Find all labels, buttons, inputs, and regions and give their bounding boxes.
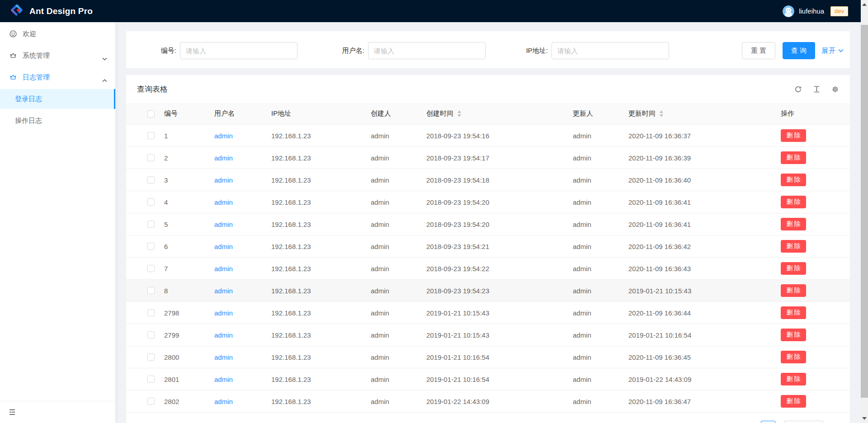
delete-button[interactable]: 删除 — [781, 196, 806, 208]
id-field-label: 编号: — [144, 47, 176, 55]
query-table-card: 查询表格 — [126, 75, 850, 423]
username-link[interactable]: admin — [214, 198, 233, 206]
row-updater: admin — [566, 198, 621, 206]
row-checkbox[interactable] — [147, 221, 155, 228]
row-checkbox[interactable] — [147, 198, 155, 206]
column-header-create-time[interactable]: 创建时间 — [419, 109, 566, 118]
row-checkbox[interactable] — [147, 287, 155, 294]
search-form-card: 编号: 用户名: IP地址: 重置 查询 展开 — [126, 31, 850, 68]
row-checkbox[interactable] — [147, 398, 155, 405]
delete-button[interactable]: 删除 — [781, 262, 806, 275]
username-input[interactable] — [368, 42, 486, 59]
username-link[interactable]: admin — [214, 398, 233, 405]
username-link[interactable]: admin — [214, 132, 233, 140]
menu-fold-icon[interactable] — [8, 408, 16, 416]
row-ip: 192.168.1.23 — [264, 221, 363, 228]
sort-carets-icon[interactable] — [660, 110, 663, 117]
scroll-down-arrow-icon[interactable] — [862, 417, 867, 420]
query-button[interactable]: 查询 — [783, 42, 815, 59]
delete-button[interactable]: 删除 — [781, 351, 806, 363]
delete-button[interactable]: 删除 — [781, 240, 806, 253]
username-link[interactable]: admin — [214, 287, 233, 295]
row-create-time: 2018-09-23 19:54:23 — [419, 287, 566, 295]
username-link[interactable]: admin — [214, 309, 233, 317]
row-checkbox[interactable] — [147, 265, 155, 272]
column-header-username: 用户名 — [207, 109, 264, 118]
row-checkbox[interactable] — [147, 309, 155, 316]
delete-button[interactable]: 删除 — [781, 174, 806, 186]
pagination-page-1[interactable]: 1 — [761, 421, 775, 423]
username-link[interactable]: admin — [214, 353, 233, 361]
search-field-id: 编号: — [144, 42, 297, 59]
sidebar-item-label: 系统管理 — [23, 52, 102, 60]
row-checkbox[interactable] — [147, 154, 155, 161]
row-update-time: 2020-11-09 16:36:44 — [621, 309, 774, 317]
delete-button[interactable]: 删除 — [781, 306, 806, 319]
column-height-icon[interactable] — [813, 85, 821, 93]
row-ip: 192.168.1.23 — [264, 309, 363, 317]
username-link[interactable]: admin — [214, 243, 233, 250]
delete-button[interactable]: 删除 — [781, 284, 806, 297]
column-header-ip: IP地址 — [264, 109, 363, 118]
row-id: 3 — [157, 176, 207, 184]
username-link[interactable]: admin — [214, 154, 233, 162]
ant-design-logo-icon — [10, 4, 24, 19]
sidebar-item-system-mgmt[interactable]: 系统管理 — [0, 46, 115, 66]
row-creator: admin — [363, 398, 419, 405]
row-checkbox[interactable] — [147, 353, 155, 361]
delete-button[interactable]: 删除 — [781, 151, 806, 164]
row-checkbox[interactable] — [147, 376, 155, 383]
sidebar-item-log-mgmt[interactable]: 日志管理 — [0, 67, 115, 87]
row-checkbox[interactable] — [147, 331, 155, 338]
sidebar-item-welcome[interactable]: 欢迎 — [0, 24, 115, 44]
sidebar-item-operation-log[interactable]: 操作日志 — [0, 111, 115, 131]
row-updater: admin — [566, 353, 621, 361]
delete-button[interactable]: 删除 — [781, 218, 806, 230]
row-creator: admin — [363, 154, 419, 162]
delete-button[interactable]: 删除 — [781, 129, 806, 142]
delete-button[interactable]: 删除 — [781, 373, 806, 385]
username-link[interactable]: admin — [214, 331, 233, 339]
sidebar-item-login-log[interactable]: 登录日志 — [0, 89, 115, 109]
sidebar: 欢迎 系统管理 日志管理 — [0, 22, 115, 423]
row-update-time: 2020-11-09 16:36:37 — [621, 132, 774, 140]
scroll-up-arrow-icon[interactable] — [862, 3, 867, 6]
table-row: 6 admin 192.168.1.23 admin 2018-09-23 19… — [126, 235, 850, 258]
delete-button[interactable]: 删除 — [781, 395, 806, 408]
row-update-time: 2020-11-09 16:36:45 — [621, 353, 774, 361]
row-select-cell — [126, 132, 157, 139]
sort-carets-icon[interactable] — [458, 110, 461, 117]
settings-gear-icon[interactable] — [831, 85, 839, 93]
row-checkbox[interactable] — [147, 132, 155, 139]
id-input[interactable] — [180, 42, 297, 59]
table-row: 8 admin 192.168.1.23 admin 2018-09-23 19… — [126, 280, 850, 302]
brand-logo[interactable]: Ant Design Pro — [10, 4, 93, 19]
row-creator: admin — [363, 198, 419, 206]
scrollbar-thumb[interactable] — [861, 25, 868, 398]
row-select-cell — [126, 176, 157, 183]
row-select-cell — [126, 331, 157, 338]
expand-toggle[interactable]: 展开 — [821, 47, 844, 55]
username-link[interactable]: admin — [214, 176, 233, 184]
row-checkbox[interactable] — [147, 243, 155, 250]
username-link[interactable]: admin — [214, 221, 233, 228]
username-link[interactable]: admin — [214, 265, 233, 273]
column-header-update-time[interactable]: 更新时间 — [621, 109, 774, 118]
sidebar-footer — [0, 401, 115, 423]
page-size-select[interactable] — [784, 421, 823, 423]
header-user-area[interactable]: liufeihua dev — [783, 0, 848, 22]
delete-button[interactable]: 删除 — [781, 329, 806, 341]
row-updater: admin — [566, 287, 621, 295]
row-updater: admin — [566, 221, 621, 228]
ip-input[interactable] — [552, 42, 669, 59]
reset-button[interactable]: 重置 — [742, 42, 775, 59]
row-checkbox[interactable] — [147, 176, 155, 183]
row-update-time: 2019-01-22 14:43:09 — [621, 376, 774, 383]
username-link[interactable]: admin — [214, 376, 233, 383]
select-all-checkbox[interactable] — [147, 110, 155, 118]
reload-icon[interactable] — [794, 85, 802, 93]
window-scrollbar[interactable] — [861, 0, 868, 423]
table-row: 5 admin 192.168.1.23 admin 2018-09-23 19… — [126, 213, 850, 235]
row-creator: admin — [363, 243, 419, 250]
user-avatar[interactable] — [783, 5, 794, 17]
